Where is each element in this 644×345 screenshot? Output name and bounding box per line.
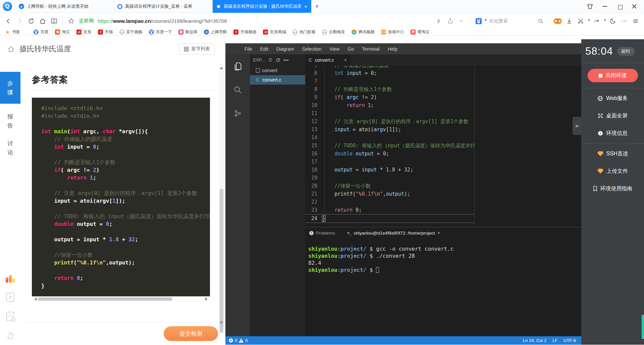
- bookmark-item[interactable]: T天猫精选: [233, 29, 256, 35]
- eol-indicator[interactable]: LF: [552, 338, 557, 343]
- course-nav-tab[interactable]: 讨论: [0, 139, 20, 157]
- bookmark-item[interactable]: 热门影视: [292, 29, 315, 35]
- course-nav-tab[interactable]: 步骤: [0, 72, 20, 104]
- env-action-diamond-1[interactable]: 上传文件: [581, 162, 644, 180]
- skin-icon[interactable]: [585, 1, 595, 11]
- close-terminal-icon[interactable]: ×: [437, 230, 440, 236]
- explorer-item[interactable]: convert: [250, 66, 305, 75]
- browser-tab[interactable]: 高级语言程序设计实验_蓝桥 - 蓝桥: [114, 0, 213, 13]
- search-engine-dropdown-icon[interactable]: [484, 19, 487, 22]
- extend-time-button[interactable]: 延时: [617, 47, 635, 56]
- home-icon[interactable]: [7, 45, 15, 53]
- terminal-output[interactable]: shiyanlou:project/ $ gcc -o convert conv…: [305, 239, 581, 336]
- restore-tabs-icon[interactable]: [592, 16, 602, 26]
- refresh-icon[interactable]: [26, 16, 36, 26]
- search-input[interactable]: 在此搜索: [489, 18, 536, 24]
- bookmark-item[interactable]: 苏宁易购: [119, 29, 142, 35]
- bookmark-item[interactable]: ▶腾讯视频: [352, 29, 374, 35]
- encoding-indicator[interactable]: UTF-8: [564, 338, 576, 343]
- collapse-folders-icon[interactable]: [276, 58, 280, 62]
- scroll-up-icon[interactable]: [220, 65, 223, 69]
- browser-tab[interactable]: e上网导航 - 轻快上网 从这里开始: [15, 0, 114, 13]
- menu-view[interactable]: View: [326, 46, 343, 52]
- baidu-paw-icon[interactable]: [476, 18, 482, 24]
- chapter-list-button[interactable]: 章节列表: [179, 43, 215, 55]
- home-icon[interactable]: [38, 16, 48, 26]
- report-error-icon[interactable]: ×: [6, 312, 14, 321]
- scroll-right-icon[interactable]: [205, 297, 209, 301]
- lightning-icon[interactable]: [434, 16, 444, 26]
- bookmark-item[interactable]: JD京东商城: [263, 29, 286, 35]
- close-tab-icon[interactable]: ×: [344, 57, 347, 63]
- bookmark-item[interactable]: e上网导航: [204, 29, 227, 35]
- scroll-down-icon[interactable]: [220, 322, 223, 326]
- env-action-fullscreen-1[interactable]: 桌面全屏: [581, 107, 644, 125]
- restore-tabs-dropdown-icon[interactable]: [604, 19, 606, 22]
- refresh-explorer-icon[interactable]: [268, 58, 273, 62]
- explorer-item[interactable]: Cconvert.c: [250, 75, 305, 85]
- forward-icon[interactable]: [15, 16, 25, 26]
- scrollbar-thumb[interactable]: [38, 297, 172, 301]
- back-icon[interactable]: [3, 16, 13, 26]
- address-bar[interactable]: https://www.lanqiao.cn/courses/2199/lear…: [98, 18, 432, 24]
- browser-logo-icon[interactable]: [3, 2, 12, 11]
- tab-problems[interactable]: Problems: [309, 231, 335, 236]
- env-scrollbar-thumb[interactable]: [642, 315, 644, 339]
- chevron-down-icon[interactable]: [457, 16, 467, 26]
- game-center-icon[interactable]: [553, 16, 563, 26]
- git-fork-icon[interactable]: [231, 107, 245, 120]
- menu-edit[interactable]: Edit: [257, 46, 272, 52]
- menu-diagram[interactable]: Diagram: [273, 46, 298, 52]
- cursor-position[interactable]: Ln 24, Col 2: [523, 338, 546, 343]
- bookmark-item[interactable]: 百度一下: [149, 29, 172, 35]
- restore-button[interactable]: [614, 1, 625, 11]
- bookmark-item[interactable]: 游戏中心: [381, 29, 404, 35]
- tab-close-icon[interactable]: ×: [304, 4, 308, 9]
- close-environment-button[interactable]: 关闭环境: [588, 69, 638, 82]
- tab-terminal[interactable]: >_ shiyanlou@d1e4f9a90f72: /home/project…: [347, 230, 440, 236]
- menu-icon[interactable]: [631, 16, 641, 26]
- submit-check-button[interactable]: 提交检测: [164, 326, 218, 341]
- bookmark-item[interactable]: 企鹅电竞: [322, 29, 345, 35]
- page-scrollbar[interactable]: [219, 64, 224, 327]
- bookmarks-root[interactable]: ★ 书签: [5, 29, 20, 35]
- bookmark-item[interactable]: T天猫: [98, 29, 113, 35]
- scrollbar-thumb[interactable]: [220, 189, 223, 333]
- feedback-hand-icon[interactable]: [6, 331, 15, 340]
- scroll-left-icon[interactable]: [33, 297, 37, 301]
- bookmark-item[interactable]: 爱爱淘宝: [411, 29, 429, 35]
- problems-status[interactable]: 0 0: [229, 338, 248, 343]
- bookmark-item[interactable]: 淘淘宝: [55, 29, 70, 35]
- menu-file[interactable]: File: [241, 46, 256, 52]
- code-editor[interactable]: 5 // 存储输入的摄氏温度6 int input = 0;78 // 判断是否…: [305, 66, 581, 227]
- menu-selection[interactable]: Selection: [299, 46, 325, 52]
- search-box[interactable]: 在此搜索: [474, 18, 546, 24]
- night-mode-icon[interactable]: [608, 16, 618, 26]
- browser-tab[interactable]: 高级语言程序设计实验 - 摄氏转华氏温度×: [213, 0, 311, 13]
- menu-go[interactable]: Go: [344, 46, 358, 52]
- menu-help[interactable]: Help: [384, 46, 401, 52]
- env-action-diamond-0[interactable]: SSH直连: [581, 145, 644, 162]
- bookmark-item[interactable]: 聚聚划算: [178, 29, 197, 35]
- download-icon[interactable]: [564, 16, 574, 26]
- bookmark-item[interactable]: 百度: [34, 29, 48, 35]
- more-icon[interactable]: [619, 16, 629, 26]
- course-nav-tab[interactable]: 报告: [0, 112, 20, 131]
- help-icon[interactable]: ?: [6, 293, 14, 302]
- editor-tab-convert-c[interactable]: C convert.c ×: [305, 54, 350, 66]
- share-icon[interactable]: [445, 16, 455, 26]
- code-horizontal-scrollbar[interactable]: [32, 296, 210, 302]
- new-tab-button[interactable]: +: [311, 0, 323, 13]
- bookmark-item[interactable]: JD京东: [76, 29, 91, 35]
- screenshot-dropdown-icon[interactable]: [588, 19, 590, 22]
- close-window-button[interactable]: [629, 1, 639, 11]
- reader-mode-icon[interactable]: [49, 16, 59, 26]
- ranking-icon[interactable]: 213: [6, 275, 15, 283]
- site-name-label[interactable]: 蓝桥网: [79, 18, 94, 24]
- explorer-more-icon[interactable]: [283, 58, 289, 62]
- files-icon[interactable]: [231, 60, 245, 73]
- search-icon[interactable]: [538, 18, 544, 24]
- favorite-star-icon[interactable]: [66, 16, 76, 26]
- menu-terminal[interactable]: Terminal: [358, 46, 383, 52]
- env-action-globe-0[interactable]: Web服务: [581, 90, 644, 107]
